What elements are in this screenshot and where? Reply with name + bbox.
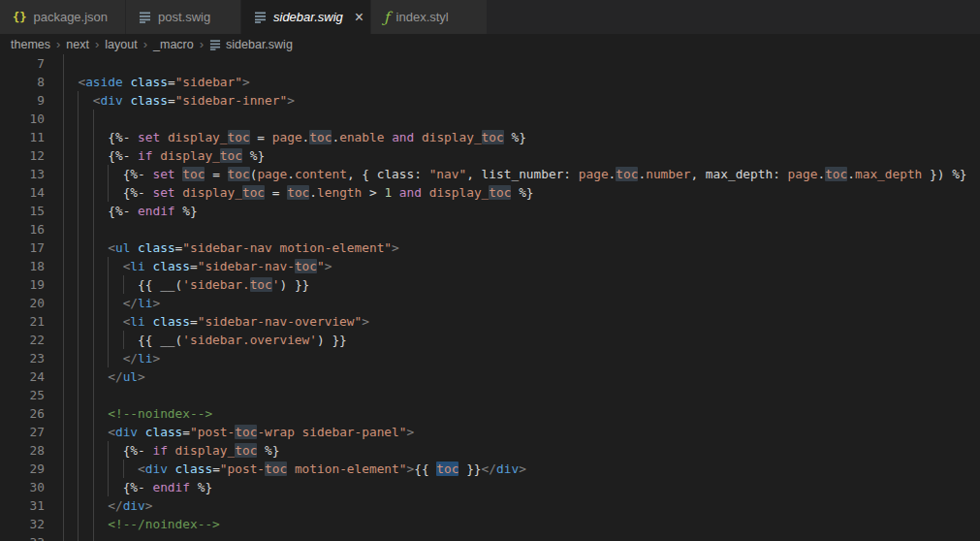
code-line: 22{{ __('sidebar.overview') }} [0,331,980,349]
code-token: 'sidebar. [182,277,249,292]
code-line: 10 [0,110,980,128]
code-token [168,461,175,476]
code-token: number [646,167,690,181]
code-token: = [190,314,198,329]
tab-label: package.json [33,10,108,24]
breadcrumb-item-macro[interactable]: _macro [153,38,194,51]
code-token: {%- [108,204,138,218]
code-token: = [190,259,198,273]
code-token: < [138,461,145,476]
code-token [242,148,250,163]
code-token: __ [160,333,174,347]
breadcrumb-item-next[interactable]: next [66,38,89,51]
code-token: </ [108,369,122,384]
code-token: ul [123,369,138,384]
indent-guide [63,386,64,404]
code-token: toc [295,259,317,273]
code-line: 13{%- set toc = toc(page.content, { clas… [0,165,980,183]
code-token: "sidebar-nav motion-element" [182,240,392,255]
code-token: max_depth [855,167,922,181]
code-token [168,443,175,458]
line-number: 23 [0,349,45,367]
code-token [160,130,168,144]
breadcrumb: themes › next › layout › _macro › sideba… [0,34,980,54]
code-token: -wrap sidebar-panel" [257,425,406,439]
code-token: <!--noindex--> [108,406,212,421]
code-token: {%- [108,130,138,144]
code-token: li [138,296,152,310]
line-number: 24 [0,367,45,386]
code-line: 33 [0,533,980,541]
tab-post-swig[interactable]: post.swig [126,0,241,34]
code-token: div [115,425,138,439]
code-token: < [108,240,115,255]
code-token [422,185,429,200]
code-token: </ [123,351,138,366]
code-text: <li class="sidebar-nav-toc"> [63,257,332,275]
code-line: 30{%- endif %} [0,478,980,496]
code-token: page [788,167,818,181]
code-token: div [496,461,519,476]
code-token: toc [235,443,257,458]
code-token: "nav" [429,167,467,181]
code-token: > [362,314,369,329]
code-token: "sidebar" [175,75,242,89]
selected-text: toc [436,461,458,476]
code-token: > [406,425,414,439]
code-line: 15{%- endif %} [0,202,980,220]
code-token: "sidebar-nav- [198,259,295,273]
code-text: <div class="post-toc motion-element">{{ … [63,460,526,478]
code-token: , [690,167,705,181]
code-token: , { [347,167,377,181]
code-line: 14{%- set display_toc = toc.length > 1 a… [0,183,980,202]
code-token: toc [482,130,504,144]
breadcrumb-item-themes[interactable]: themes [11,38,50,51]
code-token: class [175,461,213,476]
tab-index-styl[interactable]: ƒ index.styl [371,0,488,34]
tab-sidebar-swig[interactable]: sidebar.swig × [241,0,371,34]
code-token: > [392,240,399,255]
code-editor[interactable]: 78<aside class="sidebar">9<div class="si… [0,54,980,541]
tab-label: sidebar.swig [273,10,343,24]
close-icon[interactable]: × [355,10,364,25]
code-token: toc [228,130,250,144]
code-token: = [212,461,220,476]
code-token: __ [160,277,174,292]
code-token: > [325,259,332,273]
tab-package-json[interactable]: {} package.json [0,0,126,34]
code-text: {{ __('sidebar.overview') }} [63,331,347,349]
code-token: = [265,185,287,200]
code-text: <div class="sidebar-inner"> [63,91,295,110]
breadcrumb-item-file[interactable]: sidebar.swig [209,38,293,51]
line-number: 11 [0,128,45,146]
indent-guide [63,110,64,128]
code-token: toc [309,130,332,144]
code-token: > [138,369,145,384]
code-token: endif [152,480,190,494]
code-token [138,425,145,439]
code-token: %} [511,130,525,144]
code-line: 20</li> [0,294,980,312]
code-line: 29<div class="post-toc motion-element">{… [0,460,980,478]
list-lines-icon [209,39,221,50]
breadcrumb-item-layout[interactable]: layout [105,38,137,51]
code-token: toc [242,185,265,200]
line-number: 8 [0,73,45,91]
code-text: {%- if display_toc %} [63,146,265,165]
code-token: "post- [220,461,265,476]
code-token: %} [250,148,265,163]
code-token: toc [489,185,511,200]
code-line: 17<ul class="sidebar-nav motion-element"… [0,239,980,257]
code-text: {%- set display_toc = toc.length > 1 and… [63,183,534,202]
code-token: {%- [108,148,138,163]
code-token: > [519,461,526,476]
code-text: <li class="sidebar-nav-overview"> [63,312,369,331]
code-token: , [466,167,481,181]
code-token: li [130,259,144,273]
line-number: 22 [0,331,45,349]
code-token: toc [616,167,638,181]
line-number: 10 [0,110,45,128]
code-line: 31</div> [0,496,980,515]
code-token: class [138,240,175,255]
code-token: = [168,93,175,108]
